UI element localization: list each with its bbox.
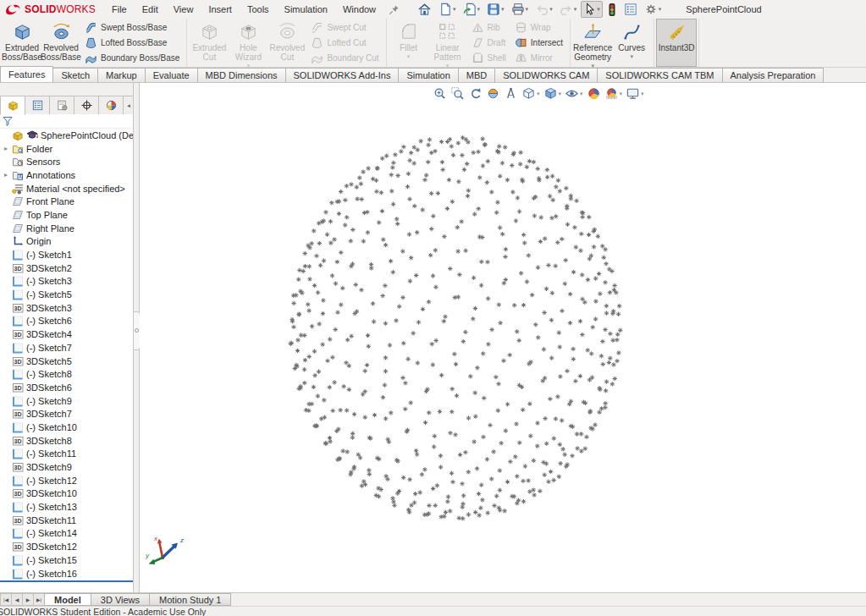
tree-item-right-plane[interactable]: Right Plane <box>0 222 133 235</box>
expand-arrow-icon[interactable]: ▸ <box>3 171 9 179</box>
linear-pattern-button[interactable]: LinearPattern▾ <box>428 19 467 66</box>
tab-features[interactable]: Features <box>0 66 53 82</box>
instant3d-button[interactable]: Instant3D <box>657 19 696 66</box>
dropdown-arrow-icon[interactable]: ▾ <box>453 6 456 13</box>
tree-item-3dsketch10[interactable]: 3D3DSketch10 <box>0 487 133 501</box>
tree-item-sketch11[interactable]: (-) Sketch11 <box>0 448 133 461</box>
tab-markup[interactable]: Markup <box>97 68 146 82</box>
tree-item-3dsketch11[interactable]: 3D3DSketch11 <box>0 514 133 527</box>
tree-item-sketch5[interactable]: (-) Sketch5 <box>0 288 133 301</box>
display-style-button[interactable]: ▾ <box>543 86 563 101</box>
tree-item-sketch10[interactable]: (-) Sketch10 <box>0 421 133 434</box>
dimxpertmanager-tab-tab[interactable] <box>74 96 99 115</box>
open-button[interactable]: ▾ <box>461 1 483 18</box>
dropdown-arrow-icon[interactable]: ▾ <box>574 6 577 13</box>
tree-item-origin[interactable]: Origin <box>0 235 133 249</box>
dropdown-arrow-icon[interactable]: ▾ <box>477 6 481 13</box>
filter-funnel-icon[interactable] <box>2 115 14 127</box>
draft-button[interactable]: Draft <box>470 36 508 50</box>
propertymanager-tab-tab[interactable] <box>25 96 50 115</box>
menu-insert[interactable]: Insert <box>201 2 240 17</box>
hide-show-button[interactable]: ▾ <box>564 86 584 101</box>
tab-mbd[interactable]: MBD <box>458 68 495 82</box>
lofted-cut-button[interactable]: Lofted Cut <box>309 36 380 50</box>
intersect-button[interactable]: Intersect <box>513 36 565 50</box>
dropdown-arrow-icon[interactable]: ▾ <box>620 91 623 97</box>
file-properties-button[interactable] <box>621 1 640 18</box>
last-doc-tab-button[interactable]: ▶| <box>33 593 45 606</box>
tree-item-sketch7[interactable]: (-) Sketch7 <box>0 341 133 355</box>
view-orientation-button[interactable]: ▾ <box>521 86 541 101</box>
boundary-cut-button[interactable]: Boundary Cut <box>309 51 380 65</box>
dropdown-arrow-icon[interactable]: ▾ <box>501 6 505 13</box>
tab-simulation[interactable]: Simulation <box>398 68 458 82</box>
dropdown-arrow-icon[interactable]: ▾ <box>537 91 540 97</box>
undo-button[interactable]: ▾ <box>532 1 555 18</box>
tree-item-annotations[interactable]: ▸AAnnotations <box>0 168 133 182</box>
rib-button[interactable]: Rib <box>470 20 508 35</box>
tree-item-3dsketch2[interactable]: 3D3DSketch2 <box>0 261 133 275</box>
featuremanager-tab-tab[interactable] <box>0 96 25 115</box>
tree-item-sketch12[interactable]: (-) Sketch12 <box>0 474 133 487</box>
pin-icon[interactable] <box>383 4 405 15</box>
annotation-views-button[interactable] <box>503 86 519 101</box>
tree-item-3dsketch6[interactable]: 3D3DSketch6 <box>0 381 133 394</box>
next-doc-tab-button[interactable]: ▶ <box>22 593 34 606</box>
expand-arrow-icon[interactable]: ▸ <box>3 145 9 152</box>
extruded-boss-base-button[interactable]: ExtrudedBoss/Base <box>3 19 41 66</box>
tree-item-3dsketch7[interactable]: 3D3DSketch7 <box>0 407 133 421</box>
panel-tabs-scroll-left[interactable]: ◂ <box>123 96 133 115</box>
dropdown-arrow-icon[interactable]: ▾ <box>630 53 633 60</box>
previous-view-button[interactable] <box>467 86 483 101</box>
tree-item-folder[interactable]: ▸Folder <box>0 142 133 156</box>
tree-item-sketch16[interactable]: (-) Sketch16 <box>0 567 133 580</box>
print-button[interactable]: ▾ <box>509 1 532 18</box>
menu-view[interactable]: View <box>166 2 201 17</box>
zoom-area-button[interactable] <box>450 86 466 101</box>
menu-simulation[interactable]: Simulation <box>277 2 335 17</box>
tree-item-sketch3[interactable]: (-) Sketch3 <box>0 275 133 289</box>
swept-boss-base-button[interactable]: Swept Boss/Base <box>83 20 181 35</box>
menu-window[interactable]: Window <box>335 2 383 17</box>
hole-wizard-button[interactable]: HoleWizard▾ <box>229 19 268 66</box>
tab-solidworks-cam[interactable]: SOLIDWORKS CAM <box>494 68 598 82</box>
dropdown-arrow-icon[interactable]: ▾ <box>549 6 553 13</box>
redo-button[interactable]: ▾ <box>557 1 580 18</box>
tree-item-sketch9[interactable]: (-) Sketch9 <box>0 394 133 408</box>
wrap-button[interactable]: Wrap <box>513 20 565 35</box>
tree-item-sketch8[interactable]: (-) Sketch8 <box>0 367 133 381</box>
mirror-button[interactable]: Mirror <box>513 51 565 65</box>
tree-item-material-not-specified[interactable]: Material <not specified> <box>0 182 133 195</box>
tree-item-3dsketch8[interactable]: 3D3DSketch8 <box>0 434 133 448</box>
rebuild-button[interactable] <box>604 1 620 19</box>
tree-item-sensors[interactable]: Sensors <box>0 155 133 168</box>
revolved-boss-base-button[interactable]: RevolvedBoss/Base <box>41 19 80 66</box>
apply-scene-button[interactable]: ▾ <box>604 86 624 101</box>
graphics-viewport[interactable]: ▾▾▾▾▾ x y z <box>140 83 866 592</box>
tab-solidworks-add-ins[interactable]: SOLIDWORKS Add-Ins <box>285 68 400 82</box>
tree-item-3dsketch3[interactable]: 3D3DSketch3 <box>0 301 133 315</box>
menu-tools[interactable]: Tools <box>240 2 277 17</box>
prev-doc-tab-button[interactable]: ◀ <box>11 593 23 606</box>
select-arrow-button[interactable]: ▾ <box>581 1 603 18</box>
rollback-bar[interactable] <box>0 580 133 582</box>
dropdown-arrow-icon[interactable]: ▾ <box>407 53 411 60</box>
zoom-fit-button[interactable] <box>432 86 448 101</box>
tree-item-sketch13[interactable]: (-) Sketch13 <box>0 500 133 514</box>
dropdown-arrow-icon[interactable]: ▾ <box>526 6 529 13</box>
shell-button[interactable]: Shell <box>470 51 508 65</box>
tab-evaluate[interactable]: Evaluate <box>145 68 198 82</box>
dropdown-arrow-icon[interactable]: ▾ <box>580 91 583 97</box>
tree-item-top-plane[interactable]: Top Plane <box>0 208 133 222</box>
menu-file[interactable]: File <box>104 2 135 17</box>
doc-tab-3d-views[interactable]: 3D Views <box>91 593 150 606</box>
save-button[interactable]: ▾ <box>484 1 507 18</box>
menu-edit[interactable]: Edit <box>135 2 166 17</box>
tab-solidworks-cam-tbm[interactable]: SOLIDWORKS CAM TBM <box>597 68 722 82</box>
lofted-boss-base-button[interactable]: Lofted Boss/Base <box>83 36 181 50</box>
configurationmanager-tab-tab[interactable] <box>49 96 74 115</box>
dropdown-arrow-icon[interactable]: ▾ <box>641 91 644 97</box>
revolved-cut-button[interactable]: RevolvedCut <box>268 19 306 66</box>
curves-button[interactable]: Curves▾ <box>612 19 651 66</box>
panel-splitter[interactable] <box>133 83 140 592</box>
